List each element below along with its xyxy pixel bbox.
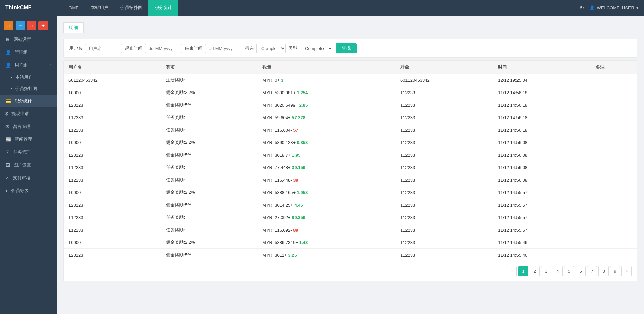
cell-award: 任务奖励: [161,124,258,136]
sidebar-item-news[interactable]: 📰 新闻管理 [0,133,57,146]
cell-amount: MYR: 59.604+ 57.228 [258,111,396,124]
cell-time: 11/12 14:56:18 [493,99,591,111]
page-7[interactable]: 7 [587,266,597,276]
page-prev[interactable]: « [507,266,517,276]
type-select[interactable]: Complete [300,44,333,53]
sidebar-item-member-level[interactable]: ♦ 会员等级 [0,184,57,197]
sidebar-item-withdrawal[interactable]: $ 提现申请 [0,107,57,120]
page-9[interactable]: 9 [610,266,620,276]
cell-amount: MYR: 5390.123+ 0.858 [258,136,396,149]
table-row: 112233 任务奖励: MYR: 116.604- 57 112233 11/… [64,124,637,136]
cell-username: 112233 [64,124,161,136]
table-row: 112233 任务奖励: MYR: 116.092- 89 112233 11/… [64,224,637,236]
cell-time: 11/12 14:56:08 [493,161,591,174]
page-1[interactable]: 1 [518,266,528,276]
tab-bar: 明细 [63,22,637,33]
search-button[interactable]: 查找 [336,43,357,53]
page-6[interactable]: 6 [576,266,586,276]
sidebar-item-local-users[interactable]: 本站用户 [0,72,57,83]
cell-time: 11/12 14:55:46 [493,249,591,261]
cell-amount: MYR: 5390.981+ 1.254 [258,86,396,99]
cell-amount: MYR: 5386.7349+ 1.43 [258,236,396,249]
cell-target: 112233 [396,236,493,249]
user-avatar-icon: 👤 [589,5,595,10]
cell-username: 10000 [64,186,161,199]
page-next[interactable]: » [621,266,632,276]
sidebar-item-user-group[interactable]: 👤 用户组 › [0,59,57,72]
nav-points[interactable]: 积分统计 [148,0,178,16]
page-3[interactable]: 3 [541,266,551,276]
table-row: 10000 佣金奖励:2.2% MYR: 5390.123+ 0.858 112… [64,136,637,149]
cell-remark [591,174,637,186]
filter-select[interactable]: Comple [256,44,286,53]
page-4[interactable]: 4 [553,266,563,276]
sidebar-item-label: 用户组 [15,62,28,68]
cell-amount: MYR: 5388.165+ 1.958 [258,186,396,199]
sidebar-item-messages[interactable]: ✉ 留言管理 [0,120,57,133]
sidebar-item-points[interactable]: 💳 积分统计 [0,95,57,107]
cell-award: 任务奖励: [161,161,258,174]
sidebar-item-images[interactable]: 🖼 图片设置 [0,159,57,172]
table-row: 10000 佣金奖励:2.2% MYR: 5390.981+ 1.254 112… [64,86,637,99]
credit-card-icon: 💳 [5,98,11,104]
start-time-input[interactable] [145,44,182,53]
cell-target: 112233 [396,111,493,124]
cell-award: 佣金奖励:5% [161,149,258,161]
sidebar-item-member-topology[interactable]: 会员拓扑图 [0,83,57,95]
col-award: 奖项 [161,61,258,74]
cell-remark [591,86,637,99]
logo: ThinkCMF [5,5,59,11]
nav-home[interactable]: HOME [59,0,85,16]
nav-items: HOME 本站用户 会员拓扑图 积分统计 [59,0,580,16]
main-content: 明细 用户名 起止时间 结束时间 筛选 Comple 类型 Complete 查… [57,16,644,314]
cell-username: 112233 [64,174,161,186]
table-row: 601120463342 注册奖励: MYR: 0+ 3 60112046334… [64,74,637,86]
table-row: 112233 任务奖励: MYR: 77.448+ 39.156 112233 … [64,161,637,174]
table-row: 123123 佣金奖励:5% MYR: 3018.7+ 1.95 112233 … [64,149,637,161]
cell-target: 112233 [396,249,493,261]
filter-row: 用户名 起止时间 结束时间 筛选 Comple 类型 Complete 查找 [63,39,637,58]
sidebar-item-label: 会员等级 [11,188,29,194]
cell-username: 112233 [64,111,161,124]
page-2[interactable]: 2 [530,266,540,276]
end-time-input[interactable] [205,44,242,53]
toolbar-btn-menu[interactable]: ☰ [16,21,25,30]
cell-award: 佣金奖励:5% [161,99,258,111]
page-8[interactable]: 8 [598,266,609,276]
user-info[interactable]: 👤 WELCOME_USER ▾ [589,5,639,10]
cell-amount: MYR: 116.448- 39 [258,174,396,186]
sidebar-item-payment[interactable]: ✓ 支付审核 [0,172,57,184]
sidebar-item-label: 积分统计 [15,98,32,104]
cell-time: 11/12 14:56:18 [493,124,591,136]
refresh-icon[interactable]: ↻ [580,5,584,11]
cell-amount: MYR: 3020.6499+ 2.85 [258,99,396,111]
cell-amount: MYR: 3018.7+ 1.95 [258,149,396,161]
col-remark: 备注 [591,61,637,74]
tab-detail[interactable]: 明细 [63,22,84,33]
nav-users[interactable]: 本站用户 [85,0,114,16]
cell-target: 112233 [396,136,493,149]
sidebar-item-label: 留言管理 [13,124,30,130]
sidebar-item-website[interactable]: 🖥 网站设置 [0,33,57,46]
cell-remark [591,111,637,124]
table-row: 10000 佣金奖励:2.2% MYR: 5388.165+ 1.958 112… [64,186,637,199]
cell-award: 佣金奖励:2.2% [161,86,258,99]
sidebar-item-tasks[interactable]: ☑ 任务管理 › [0,146,57,159]
cell-amount: MYR: 116.092- 89 [258,224,396,236]
toolbar-btn-home[interactable]: ⌂ [4,21,13,30]
cell-amount: MYR: 3014.25+ 4.45 [258,199,396,211]
cell-remark [591,149,637,161]
toolbar-btn-star[interactable]: ✦ [38,21,48,30]
page-5[interactable]: 5 [564,266,574,276]
sidebar-item-admin-group[interactable]: 👤 管理组 › [0,46,57,59]
chevron-right-icon: › [50,150,51,154]
sidebar-sub-label: 会员拓扑图 [15,86,37,92]
cell-target: 112233 [396,149,493,161]
cell-time: 11/12 14:55:57 [493,224,591,236]
mail-icon: ✉ [5,124,9,129]
username-input[interactable] [85,44,122,53]
cell-username: 112233 [64,224,161,236]
toolbar-btn-settings[interactable]: ⌂ [27,21,36,30]
nav-topology[interactable]: 会员拓扑图 [114,0,148,16]
cell-time: 11/12 14:55:46 [493,236,591,249]
